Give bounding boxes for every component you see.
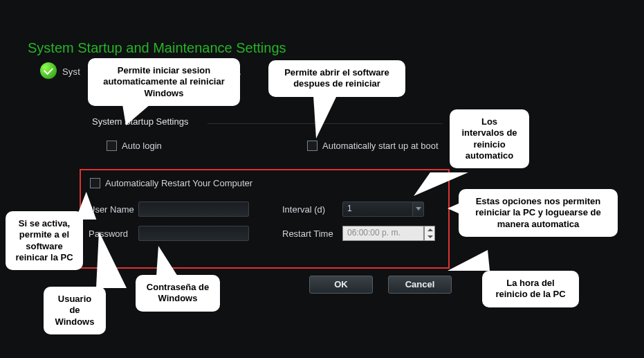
callout-text: Estas opciones nos permiten reiniciar la… — [475, 196, 600, 229]
callout-interval: Los intervalos de reinicio automatico — [450, 109, 529, 168]
auto-start-boot-row: Automatically start up at boot — [307, 141, 439, 151]
page-title: System Startup and Maintenance Settings — [28, 40, 286, 56]
auto-login-label: Auto login — [122, 141, 162, 151]
auto-start-boot-checkbox[interactable] — [307, 141, 318, 151]
callout-auto-start: Permite abrir el software despues de rei… — [268, 60, 405, 97]
auto-restart-label: Automatically Restart Your Computer — [105, 178, 252, 188]
callout-text: La hora del reinicio de la PC — [495, 278, 565, 299]
auto-start-boot-label: Automatically start up at boot — [322, 141, 439, 151]
callout-text: Contraseña de Windows — [147, 282, 209, 303]
auto-login-row: Auto login — [107, 141, 162, 151]
restart-time-input[interactable]: 06:00:00 p. m. — [342, 226, 424, 241]
username-input[interactable] — [138, 202, 249, 217]
callout-enable-restart: Si se activa, permite a el software rein… — [6, 211, 83, 270]
callout-auto-login: Permite iniciar sesion automaticamente a… — [88, 58, 240, 106]
callout-text: Permite abrir el software despues de rei… — [284, 67, 389, 89]
callout-text: Si se activa, permite a el software rein… — [15, 218, 73, 262]
callout-username: Usuario de Windows — [44, 287, 106, 334]
callout-password: Contraseña de Windows — [136, 275, 220, 312]
password-input[interactable] — [138, 226, 249, 241]
status-ok-icon — [40, 62, 57, 79]
subtitle-prefix: Syst — [62, 66, 80, 77]
callout-restart-time: La hora del reinicio de la PC — [482, 271, 579, 307]
auto-restart-row: Automatically Restart Your Computer — [90, 178, 252, 188]
cancel-button[interactable]: Cancel — [388, 276, 452, 294]
restart-time-label: Restart Time — [282, 229, 333, 239]
interval-label: Interval (d) — [282, 204, 325, 215]
callout-text: Los intervalos de reinicio automatico — [461, 116, 517, 161]
auto-login-checkbox[interactable] — [107, 141, 117, 151]
auto-restart-checkbox[interactable] — [90, 178, 100, 188]
callout-text: Permite iniciar sesion automaticamente a… — [103, 65, 225, 98]
callout-restart-options: Estas opciones nos permiten reiniciar la… — [459, 189, 618, 237]
ok-button[interactable]: OK — [309, 276, 373, 294]
restart-time-spinner[interactable] — [424, 226, 435, 241]
chevron-down-icon[interactable] — [412, 202, 423, 216]
username-label: User Name — [89, 204, 134, 215]
callout-text: Usuario de Windows — [55, 294, 95, 327]
